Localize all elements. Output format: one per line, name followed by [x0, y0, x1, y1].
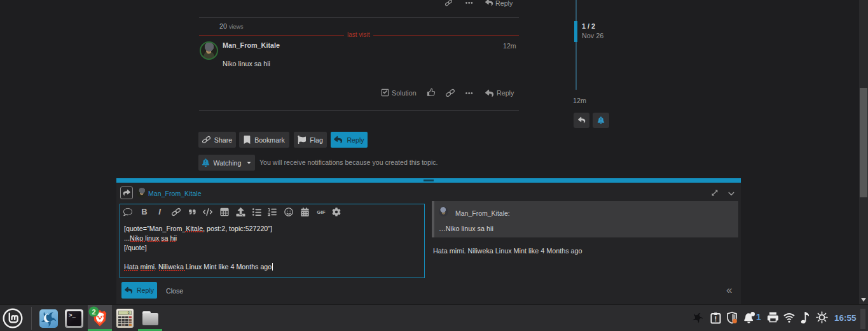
svg-text:2: 2: [92, 308, 95, 316]
svg-text:!: !: [715, 316, 717, 323]
